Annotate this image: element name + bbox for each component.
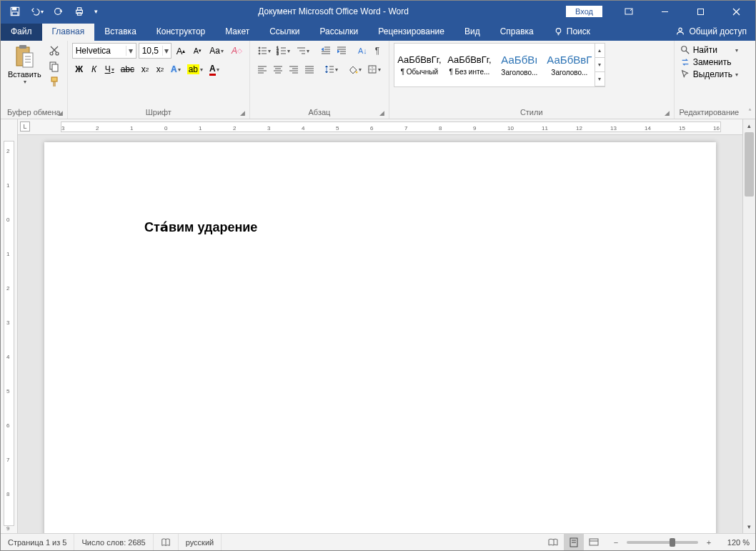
- align-left-button[interactable]: [254, 61, 270, 77]
- svg-rect-15: [19, 45, 26, 49]
- decrease-indent-button[interactable]: [318, 43, 334, 59]
- style-heading1[interactable]: АаБбВıЗаголово...: [495, 44, 544, 86]
- strikethrough-button[interactable]: abc: [118, 61, 137, 77]
- borders-icon: [367, 64, 377, 74]
- page[interactable]: Ста́вим ударение: [44, 142, 716, 533]
- view-read-button[interactable]: [544, 534, 564, 550]
- close-button[interactable]: [720, 1, 752, 22]
- style-heading2[interactable]: АаБбВвГЗаголово...: [545, 44, 594, 86]
- italic-button[interactable]: К: [87, 61, 101, 77]
- change-case-button[interactable]: Aa▾: [207, 43, 227, 59]
- svg-rect-9: [697, 9, 703, 14]
- vertical-ruler[interactable]: 21012345678910: [1, 119, 18, 533]
- subscript-button[interactable]: x2: [138, 61, 152, 77]
- undo-icon[interactable]: ▾: [26, 3, 46, 20]
- scroll-thumb[interactable]: [745, 132, 754, 197]
- tab-home[interactable]: Главная: [42, 24, 95, 41]
- styles-gallery[interactable]: АаБбВвГг,¶ Обычный АаБбВвГг,¶ Без инте..…: [394, 43, 605, 87]
- highlight-button[interactable]: ab▾: [184, 61, 206, 77]
- tab-file[interactable]: Файл: [1, 24, 42, 41]
- shrink-font-button[interactable]: A▾: [190, 43, 204, 59]
- paragraph-launcher[interactable]: ◢: [379, 109, 384, 116]
- document-text[interactable]: Ста́вим ударение: [144, 219, 257, 235]
- tab-insert[interactable]: Вставка: [94, 24, 146, 41]
- group-label-font: Шрифт: [146, 108, 171, 116]
- svg-point-29: [259, 53, 260, 54]
- tab-mailings[interactable]: Рассылки: [309, 24, 368, 41]
- tab-search[interactable]: Поиск: [544, 24, 600, 41]
- text-effects-button[interactable]: A▾: [168, 61, 184, 77]
- zoom-slider[interactable]: [627, 541, 698, 544]
- zoom-level[interactable]: 120 %: [720, 538, 750, 547]
- bullets-button[interactable]: ▾: [254, 43, 274, 59]
- styles-up-button[interactable]: ▴: [595, 44, 605, 58]
- format-painter-button[interactable]: [46, 74, 63, 90]
- numbering-button[interactable]: 123▾: [274, 43, 293, 59]
- styles-down-button[interactable]: ▾: [595, 58, 605, 72]
- shading-button[interactable]: ▾: [345, 61, 364, 77]
- bold-button[interactable]: Ж: [72, 61, 86, 77]
- font-name-combo[interactable]: ▾: [72, 43, 136, 59]
- document-area[interactable]: Ста́вим ударение: [18, 135, 742, 533]
- redo-icon[interactable]: [48, 3, 68, 20]
- scroll-up-button[interactable]: ▴: [743, 119, 755, 132]
- share-button[interactable]: Общий доступ: [667, 24, 755, 41]
- view-print-button[interactable]: [564, 534, 584, 550]
- align-right-button[interactable]: [286, 61, 302, 77]
- tab-help[interactable]: Справка: [490, 24, 544, 41]
- underline-button[interactable]: Ч▾: [102, 61, 117, 77]
- superscript-button[interactable]: x2: [153, 61, 167, 77]
- tab-references[interactable]: Ссылки: [259, 24, 309, 41]
- font-size-combo[interactable]: ▾: [139, 43, 171, 59]
- multilevel-list-button[interactable]: ▾: [293, 43, 312, 59]
- workspace: 21012345678910 L 32101234567891011121314…: [1, 119, 755, 533]
- signin-button[interactable]: Вход: [566, 6, 602, 17]
- maximize-button[interactable]: [684, 1, 717, 22]
- styles-more-button[interactable]: ▾: [595, 72, 605, 86]
- tab-review[interactable]: Рецензирование: [368, 24, 454, 41]
- borders-button[interactable]: ▾: [364, 61, 384, 77]
- clipboard-launcher[interactable]: ◢: [58, 109, 63, 116]
- clear-formatting-button[interactable]: A◇: [229, 43, 245, 59]
- minimize-button[interactable]: [648, 1, 681, 22]
- scroll-down-button[interactable]: ▾: [743, 520, 755, 533]
- sort-button[interactable]: A↓: [355, 43, 370, 59]
- font-color-button[interactable]: A▾: [207, 61, 222, 77]
- align-center-button[interactable]: [270, 61, 286, 77]
- tab-design[interactable]: Конструктор: [146, 24, 215, 41]
- status-language[interactable]: русский: [179, 534, 222, 550]
- replace-button[interactable]: Заменить: [679, 56, 740, 68]
- select-button[interactable]: Выделить▾: [679, 69, 740, 80]
- ribbon-display-options-icon[interactable]: [612, 1, 645, 22]
- cut-button[interactable]: [46, 43, 63, 59]
- style-no-spacing[interactable]: АаБбВвГг,¶ Без инте...: [445, 44, 494, 86]
- save-icon[interactable]: [5, 3, 25, 20]
- zoom-out-button[interactable]: −: [610, 538, 622, 547]
- grow-font-button[interactable]: A▴: [174, 43, 189, 59]
- zoom-in-button[interactable]: +: [702, 538, 715, 547]
- qat-customize-icon[interactable]: ▾: [91, 3, 101, 20]
- style-normal[interactable]: АаБбВвГг,¶ Обычный: [395, 44, 444, 86]
- quick-print-icon[interactable]: [69, 3, 89, 20]
- horizontal-ruler[interactable]: L 32101234567891011121314151617: [18, 119, 742, 135]
- line-spacing-button[interactable]: ▾: [322, 61, 341, 77]
- zoom-thumb[interactable]: [670, 538, 675, 547]
- group-label-clipboard: Буфер обмена: [7, 108, 61, 116]
- vertical-scrollbar[interactable]: ▴ ▾: [742, 119, 755, 533]
- copy-button[interactable]: [46, 59, 63, 74]
- tab-selector[interactable]: L: [20, 121, 30, 131]
- paste-button[interactable]: Вставить ▾: [5, 43, 44, 106]
- find-button[interactable]: Найти▾: [679, 44, 740, 56]
- font-launcher[interactable]: ◢: [240, 109, 245, 116]
- view-web-button[interactable]: [584, 534, 604, 550]
- styles-launcher[interactable]: ◢: [665, 109, 670, 116]
- increase-indent-button[interactable]: [334, 43, 349, 59]
- justify-button[interactable]: [302, 61, 317, 77]
- collapse-ribbon-button[interactable]: ˄: [744, 41, 755, 119]
- show-marks-button[interactable]: ¶: [370, 43, 384, 59]
- tab-view[interactable]: Вид: [454, 24, 490, 41]
- status-word-count[interactable]: Число слов: 2685: [74, 534, 153, 550]
- status-page[interactable]: Страница 1 из 5: [1, 534, 74, 550]
- tab-layout[interactable]: Макет: [215, 24, 259, 41]
- status-proofing[interactable]: [154, 534, 179, 550]
